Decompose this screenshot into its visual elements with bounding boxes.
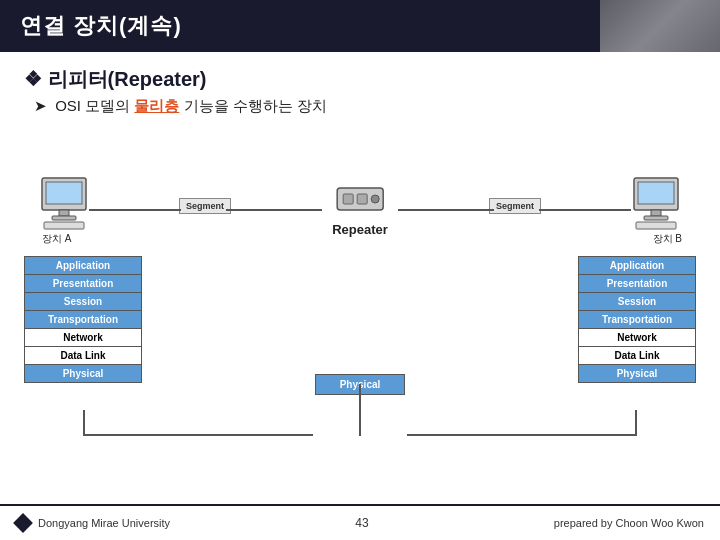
layer-left-trans: Transportation [25,311,141,329]
diagram: 장치 A 장치 B Repeater Segment [24,126,696,436]
line-left-2 [226,209,322,211]
footer-logo: Dongyang Mirae University [16,516,170,530]
layer-right-pres: Presentation [579,275,695,293]
layer-right-sess: Session [579,293,695,311]
svg-rect-2 [59,210,69,216]
computer-right [626,176,686,231]
layer-right-phys: Physical [579,365,695,382]
svg-rect-9 [636,222,676,229]
svg-rect-7 [651,210,661,216]
footer-page: 43 [355,516,368,530]
footer-prepared: prepared by Choon Woo Kwon [554,517,704,529]
hline-bottom-left [83,434,313,436]
layer-right-app: Application [579,257,695,275]
header: 연결 장치(계속) [0,0,720,52]
layer-left-phys: Physical [25,365,141,382]
svg-rect-8 [644,216,668,220]
device-label-left: 장치 A [42,232,71,246]
section-title: ❖ 리피터(Repeater) [24,66,696,93]
layer-left-net: Network [25,329,141,347]
segment-box-right: Segment [489,198,541,214]
layer-left-sess: Session [25,293,141,311]
layer-left-dl: Data Link [25,347,141,365]
svg-rect-6 [638,182,674,204]
layer-right-net: Network [579,329,695,347]
segment-box-left: Segment [179,198,231,214]
svg-rect-12 [357,194,367,204]
layer-left-pres: Presentation [25,275,141,293]
svg-rect-1 [46,182,82,204]
line-left-1 [89,209,181,211]
line-right-2 [539,209,631,211]
repeater-device: Repeater [332,186,388,237]
repeater-label: Repeater [332,222,388,237]
osi-stack-left: Application Presentation Session Transpo… [24,256,142,383]
hline-bottom-right [407,434,637,436]
svg-rect-11 [343,194,353,204]
osi-stack-right: Application Presentation Session Transpo… [578,256,696,383]
device-label-right: 장치 B [653,232,682,246]
computer-left [34,176,94,231]
footer: Dongyang Mirae University 43 prepared by… [0,504,720,540]
vline-center [359,384,361,436]
header-decoration [600,0,720,52]
layer-left-app: Application [25,257,141,275]
line-right-1 [398,209,494,211]
subtitle: ➤ OSI 모델의 물리층 기능을 수행하는 장치 [34,97,696,116]
header-title: 연결 장치(계속) [20,11,182,41]
layer-right-trans: Transportation [579,311,695,329]
footer-diamond-icon [13,513,33,533]
main-content: ❖ 리피터(Repeater) ➤ OSI 모델의 물리층 기능을 수행하는 장… [0,52,720,446]
svg-rect-3 [52,216,76,220]
layer-right-dl: Data Link [579,347,695,365]
svg-point-13 [371,195,379,203]
vline-right [635,410,637,436]
svg-rect-4 [44,222,84,229]
vline-left [83,410,85,436]
footer-university: Dongyang Mirae University [38,517,170,529]
